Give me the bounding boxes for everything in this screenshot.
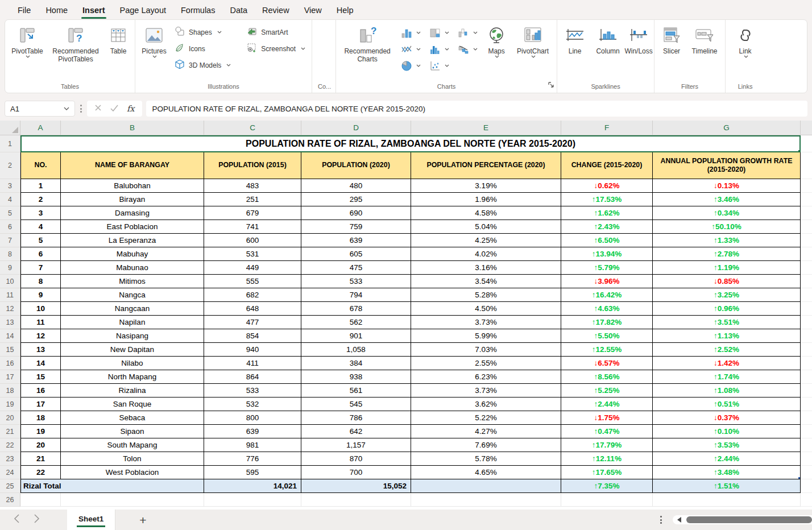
sparkline-column-button[interactable]: Column: [590, 23, 625, 82]
row-header-7[interactable]: 7: [0, 234, 20, 247]
cell-D22[interactable]: 1,157: [301, 438, 411, 452]
cell-B11[interactable]: Nangca: [61, 288, 204, 302]
horizontal-scrollbar[interactable]: [673, 515, 812, 524]
insert-function-icon[interactable]: fx: [127, 104, 135, 113]
cell-D13[interactable]: 562: [301, 316, 411, 329]
insert-column-chart-button[interactable]: [396, 27, 425, 39]
cell-C7[interactable]: 600: [204, 234, 301, 247]
row-header-21[interactable]: 21: [0, 425, 20, 438]
table-header-2[interactable]: POPULATION (2015): [204, 152, 301, 179]
cell-G24[interactable]: ↑3.48%: [653, 466, 801, 479]
row-header-19[interactable]: 19: [0, 398, 20, 411]
insert-hierarchy-chart-button[interactable]: [425, 27, 453, 39]
cell-A23[interactable]: 21: [20, 452, 61, 466]
cell-B26[interactable]: [61, 493, 204, 507]
cell-E4[interactable]: 1.96%: [411, 193, 561, 206]
row-header-5[interactable]: 5: [0, 206, 20, 220]
row-header-16[interactable]: 16: [0, 357, 20, 370]
cell-D16[interactable]: 384: [301, 357, 411, 370]
cell-A10[interactable]: 8: [20, 275, 61, 288]
cell-E3[interactable]: 3.19%: [411, 179, 561, 193]
formula-input[interactable]: POPULATION RATE OF RIZAL, ZAMBOANGA DEL …: [146, 101, 807, 117]
cell-F8[interactable]: ↑13.94%: [561, 247, 653, 261]
cell-E11[interactable]: 5.28%: [411, 288, 561, 302]
cell-G21[interactable]: ↑0.10%: [653, 425, 801, 438]
enter-icon[interactable]: [110, 103, 118, 114]
total-growth-cell[interactable]: ↑1.51%: [653, 479, 801, 493]
cell-F16[interactable]: ↓6.57%: [561, 357, 653, 370]
row-header-9[interactable]: 9: [0, 261, 20, 275]
cell-E24[interactable]: 4.65%: [411, 466, 561, 479]
cell-E18[interactable]: 3.73%: [411, 384, 561, 398]
ribbon-tab-page-layout[interactable]: Page Layout: [113, 2, 173, 19]
cell-A20[interactable]: 18: [20, 411, 61, 425]
cell-F20[interactable]: ↓1.75%: [561, 411, 653, 425]
cell-A21[interactable]: 19: [20, 425, 61, 438]
cell-D14[interactable]: 901: [301, 329, 411, 343]
cell-G10[interactable]: ↓0.85%: [653, 275, 801, 288]
table-header-6[interactable]: ANNUAL POPULATION GROWTH RATE (2015-2020…: [653, 152, 801, 179]
cell-F24[interactable]: ↑17.65%: [561, 466, 653, 479]
cell-F10[interactable]: ↓3.96%: [561, 275, 653, 288]
cell-C19[interactable]: 532: [204, 398, 301, 411]
cell-E6[interactable]: 5.04%: [411, 220, 561, 234]
cell-C22[interactable]: 981: [204, 438, 301, 452]
slicer-button[interactable]: Slicer: [657, 23, 686, 82]
cell-C17[interactable]: 864: [204, 370, 301, 384]
column-header-F[interactable]: F: [561, 121, 653, 135]
cell-G19[interactable]: ↑0.51%: [653, 398, 801, 411]
ribbon-tab-insert[interactable]: Insert: [75, 2, 113, 19]
timeline-button[interactable]: Timeline: [686, 23, 723, 82]
cell-D10[interactable]: 533: [301, 275, 411, 288]
column-header-B[interactable]: B: [61, 121, 204, 135]
cell-D8[interactable]: 605: [301, 247, 411, 261]
cell-B4[interactable]: Birayan: [61, 193, 204, 206]
cell-A3[interactable]: 1: [20, 179, 61, 193]
insert-line-chart-button[interactable]: [396, 44, 425, 55]
name-box[interactable]: A1: [5, 101, 75, 117]
cell-A17[interactable]: 15: [20, 370, 61, 384]
row-header-26[interactable]: 26: [0, 493, 20, 507]
cell-F14[interactable]: ↑5.50%: [561, 329, 653, 343]
cell-B21[interactable]: Sipaon: [61, 425, 204, 438]
cell-A5[interactable]: 3: [20, 206, 61, 220]
row-header-14[interactable]: 14: [0, 329, 20, 343]
cell-B12[interactable]: Nangcaan: [61, 302, 204, 316]
row-header-10[interactable]: 10: [0, 275, 20, 288]
cell-G5[interactable]: ↑0.34%: [653, 206, 801, 220]
sheet-nav-prev-icon[interactable]: [14, 514, 19, 525]
cell-E14[interactable]: 5.99%: [411, 329, 561, 343]
row-header-2[interactable]: 2: [0, 152, 20, 179]
cell-C6[interactable]: 741: [204, 220, 301, 234]
cell-B24[interactable]: West Poblacion: [61, 466, 204, 479]
cell-F4[interactable]: ↑17.53%: [561, 193, 653, 206]
cell-E9[interactable]: 3.16%: [411, 261, 561, 275]
cell-G13[interactable]: ↑3.51%: [653, 316, 801, 329]
cell-B13[interactable]: Napilan: [61, 316, 204, 329]
cell-D20[interactable]: 786: [301, 411, 411, 425]
cell-F13[interactable]: ↑17.82%: [561, 316, 653, 329]
cell-B23[interactable]: Tolon: [61, 452, 204, 466]
cell-A4[interactable]: 2: [20, 193, 61, 206]
cell-F12[interactable]: ↑4.63%: [561, 302, 653, 316]
row-header-1[interactable]: 1: [0, 135, 20, 152]
maps-button[interactable]: Maps: [482, 23, 511, 82]
row-header-20[interactable]: 20: [0, 411, 20, 425]
column-header-C[interactable]: C: [204, 121, 301, 135]
cell-G11[interactable]: ↑3.25%: [653, 288, 801, 302]
ribbon-tab-file[interactable]: File: [10, 2, 38, 19]
row-header-18[interactable]: 18: [0, 384, 20, 398]
cell-E12[interactable]: 4.50%: [411, 302, 561, 316]
sheet-tab-sheet1[interactable]: Sheet1: [67, 510, 115, 530]
cell-E7[interactable]: 4.25%: [411, 234, 561, 247]
total-empty-cell[interactable]: [411, 479, 561, 493]
cell-D11[interactable]: 794: [301, 288, 411, 302]
insert-waterfall-chart-button[interactable]: [453, 27, 482, 39]
cell-C5[interactable]: 679: [204, 206, 301, 220]
cell-E21[interactable]: 4.27%: [411, 425, 561, 438]
cell-F7[interactable]: ↑6.50%: [561, 234, 653, 247]
cell-D21[interactable]: 642: [301, 425, 411, 438]
cell-A6[interactable]: 4: [20, 220, 61, 234]
cell-D3[interactable]: 480: [301, 179, 411, 193]
cell-C18[interactable]: 533: [204, 384, 301, 398]
